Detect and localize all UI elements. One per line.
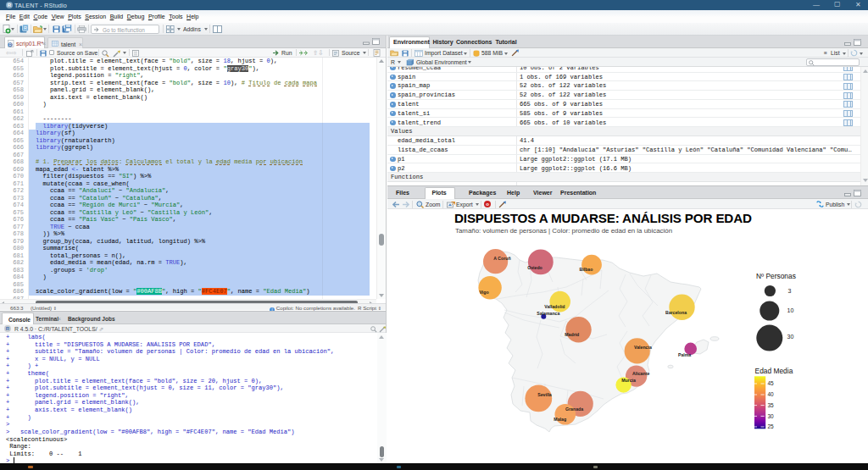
svg-text:A Coruñ: A Coruñ (493, 256, 510, 261)
svg-text:30: 30 (787, 334, 794, 340)
svg-text:R: R (8, 42, 12, 47)
svg-text:Nº Personas: Nº Personas (756, 272, 796, 280)
svg-text:Vigo: Vigo (479, 290, 488, 295)
svg-text:Alicante: Alicante (632, 371, 649, 376)
svg-text:Malag: Malag (554, 417, 566, 422)
svg-text:Oviedo: Oviedo (527, 265, 542, 270)
svg-text:45: 45 (768, 380, 775, 386)
svg-text:30: 30 (768, 413, 775, 419)
svg-text:3: 3 (788, 288, 792, 294)
svg-text:Edad Media: Edad Media (755, 367, 793, 375)
svg-text:Madrid: Madrid (565, 332, 579, 337)
svg-text:25: 25 (768, 423, 775, 429)
svg-text:Granada: Granada (565, 406, 583, 412)
svg-text:Sevilla: Sevilla (537, 392, 552, 397)
svg-text:R: R (24, 25, 27, 30)
svg-text:10: 10 (787, 307, 794, 313)
svg-text:Palma: Palma (678, 352, 691, 357)
svg-text:Murcia: Murcia (621, 378, 636, 383)
svg-text:Valencia: Valencia (634, 345, 652, 350)
svg-text:35: 35 (768, 402, 775, 408)
svg-text:Salamanca: Salamanca (537, 311, 559, 316)
svg-text:40: 40 (768, 391, 775, 397)
svg-text:Bilbao: Bilbao (580, 267, 593, 272)
svg-text:Barcelona: Barcelona (665, 310, 687, 315)
svg-text:Valladolid: Valladolid (544, 304, 565, 309)
